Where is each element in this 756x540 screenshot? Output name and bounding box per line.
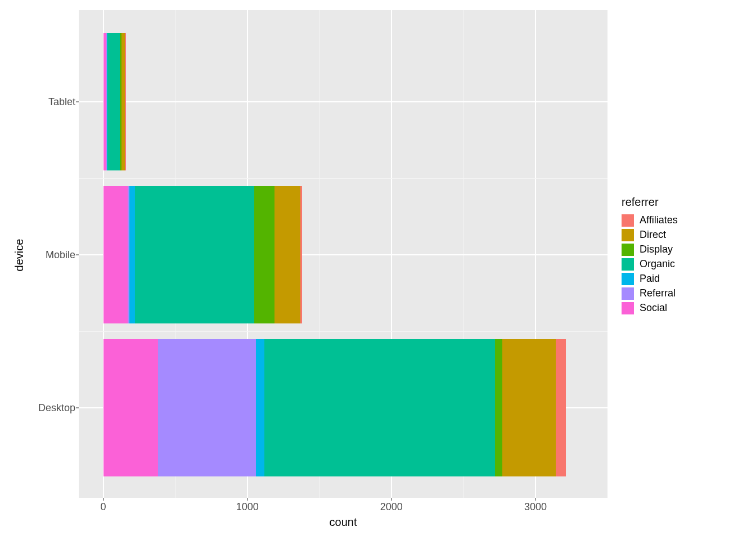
x-axis: 0100020003000 xyxy=(79,498,608,515)
segment-mobile-social xyxy=(104,186,128,324)
chart-block: device TabletMobileDesktop 0100020003000… xyxy=(11,10,608,529)
segment-mobile-paid xyxy=(129,186,135,324)
segment-tablet-affiliates xyxy=(125,33,127,171)
legend: referrer AffiliatesDirectDisplayOrganicP… xyxy=(622,10,678,500)
legend-swatch-icon xyxy=(622,287,634,300)
legend-swatch-icon xyxy=(622,229,634,241)
y-axis: TabletMobileDesktop xyxy=(28,10,79,500)
legend-items: AffiliatesDirectDisplayOrganicPaidReferr… xyxy=(622,214,678,314)
plot-column: 0100020003000 count xyxy=(79,10,608,529)
y-axis-title: device xyxy=(14,238,26,271)
legend-label: Social xyxy=(640,302,667,314)
y-tick-label: Tablet xyxy=(48,96,75,108)
bar-desktop xyxy=(104,339,566,477)
legend-item-social: Social xyxy=(622,302,678,314)
segment-desktop-social xyxy=(104,339,158,477)
legend-label: Organic xyxy=(640,258,675,270)
bar-tablet xyxy=(104,33,127,171)
legend-item-direct: Direct xyxy=(622,229,678,241)
segment-desktop-organic xyxy=(264,339,495,477)
y-tick-label: Mobile xyxy=(46,249,75,261)
x-axis-title: count xyxy=(79,516,608,529)
legend-title: referrer xyxy=(622,196,678,209)
legend-swatch-icon xyxy=(622,214,634,227)
legend-swatch-icon xyxy=(622,273,634,285)
x-tick-label: 2000 xyxy=(380,501,403,513)
legend-label: Direct xyxy=(640,229,666,241)
legend-label: Affiliates xyxy=(640,214,678,226)
legend-item-display: Display xyxy=(622,244,678,256)
plot-panel xyxy=(79,10,608,498)
segment-tablet-organic xyxy=(107,33,120,171)
legend-item-paid: Paid xyxy=(622,273,678,285)
legend-item-organic: Organic xyxy=(622,258,678,271)
bar-mobile xyxy=(104,186,302,324)
x-tick-label: 3000 xyxy=(524,501,547,513)
x-tick-label: 1000 xyxy=(236,501,259,513)
legend-swatch-icon xyxy=(622,258,634,271)
segment-desktop-direct xyxy=(502,339,556,477)
segment-desktop-referral xyxy=(158,339,256,477)
segment-desktop-display xyxy=(495,339,502,477)
legend-item-affiliates: Affiliates xyxy=(622,214,678,227)
legend-swatch-icon xyxy=(622,244,634,256)
segment-mobile-affiliates xyxy=(300,186,302,324)
legend-item-referral: Referral xyxy=(622,287,678,300)
chart-container: device TabletMobileDesktop 0100020003000… xyxy=(0,0,756,540)
segment-desktop-affiliates xyxy=(556,339,566,477)
legend-label: Referral xyxy=(640,287,676,299)
legend-label: Display xyxy=(640,244,673,255)
y-axis-title-wrap: device xyxy=(11,10,28,500)
y-tick-label: Desktop xyxy=(38,402,75,413)
segment-mobile-organic xyxy=(135,186,255,324)
segment-mobile-direct xyxy=(274,186,300,324)
x-tick-label: 0 xyxy=(101,501,106,513)
segment-desktop-paid xyxy=(256,339,264,477)
legend-label: Paid xyxy=(640,273,660,285)
segment-mobile-display xyxy=(254,186,274,324)
legend-swatch-icon xyxy=(622,302,634,314)
